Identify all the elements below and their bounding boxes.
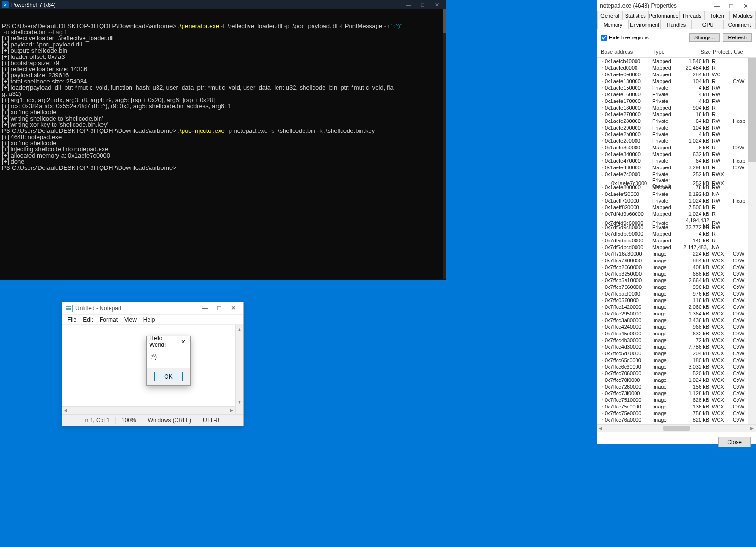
terminal-output[interactable]: PS C:\Users\Default.DESKTOP-3ITQDFP\Down… <box>0 9 446 279</box>
memory-row[interactable]: ›0x7ffcc45e0000Image632 kBWCXC:\W <box>600 330 756 337</box>
col-size[interactable]: Size <box>683 48 712 56</box>
maximize-button[interactable]: □ <box>724 2 738 9</box>
memory-table[interactable]: ›0x1aefcb40000Mapped1,540 kBR›0x1aefcd00… <box>597 58 756 424</box>
subtab-handles[interactable]: Handles <box>661 20 692 29</box>
refresh-button[interactable]: Refresh <box>723 33 752 42</box>
expand-chevron-icon[interactable]: › <box>600 59 605 64</box>
memory-row[interactable]: ›0x7ffca7900000Image884 kBWCXC:\W <box>600 257 756 264</box>
memory-row[interactable]: ›0x7ffcc7770000 <box>600 423 756 424</box>
subtab-environment[interactable]: Environment <box>629 20 661 29</box>
memory-row[interactable]: ›0x7ffcc70f0000Image1,024 kBWCXC:\W <box>600 377 756 383</box>
expand-chevron-icon[interactable]: › <box>600 344 605 349</box>
memory-row[interactable]: ›0x1aefe2c0000Private1,024 kBRW <box>600 138 756 144</box>
memory-row[interactable]: ›0x7ffcc65c0000Image180 kBWCXC:\W <box>600 357 756 363</box>
subtab-comment[interactable]: Comment <box>724 20 756 29</box>
expand-chevron-icon[interactable]: › <box>600 92 605 97</box>
scroll-left-icon[interactable]: ◀ <box>599 426 602 431</box>
expand-chevron-icon[interactable]: › <box>600 198 605 203</box>
memory-row[interactable]: ›0x7ffcc3a80000Image3,436 kBWCXC:\W <box>600 317 756 324</box>
memory-row[interactable]: ›0x1aefe150000Private4 kBRW <box>600 84 756 91</box>
tab-threads[interactable]: Threads <box>679 11 705 20</box>
horizontal-scrollbar[interactable]: ◀▶ <box>62 406 235 414</box>
expand-chevron-icon[interactable]: › <box>600 285 605 289</box>
scroll-up-icon[interactable]: ▲ <box>236 325 243 333</box>
memory-row[interactable]: ›0x7ffcc4d30000Image7,788 kBWCXC:\W <box>600 343 756 350</box>
memory-row[interactable]: ›0x7ffcc4240000Image968 kBWCXC:\W <box>600 324 756 330</box>
memory-row[interactable]: ›0x7df5dbcd0000Mapped2,147,483,...NA <box>600 244 756 250</box>
memory-row[interactable]: 0x1aefe7c0000Private: Commit252 kBRWX <box>600 177 756 184</box>
memory-row[interactable]: ›0x7ffcc4b30000Image72 kBWCXC:\W <box>600 337 756 343</box>
expand-chevron-icon[interactable]: › <box>600 324 605 329</box>
expand-chevron-icon[interactable]: › <box>600 72 605 77</box>
memory-row[interactable]: ›0x7df4d9c60000Private4,194,432 kBRW <box>600 217 756 224</box>
close-button[interactable]: ✕ <box>226 303 240 314</box>
memory-row[interactable]: ›0x7ffc0560000Image116 kBWCXC:\W <box>600 297 756 304</box>
expand-chevron-icon[interactable]: › <box>600 99 605 103</box>
expand-chevron-icon[interactable]: › <box>600 318 605 323</box>
scrollbar-thumb[interactable] <box>663 426 690 431</box>
strings-button[interactable]: Strings... <box>689 33 720 42</box>
expand-chevron-icon[interactable]: › <box>600 232 605 236</box>
memory-row[interactable]: ›0x1aefe2b0000Private4 kBRW <box>600 131 756 138</box>
menu-file[interactable]: File <box>64 316 80 323</box>
expand-chevron-icon[interactable]: › <box>600 271 605 276</box>
memory-row[interactable]: ›0x7ff716a30000Image224 kBWCXC:\W <box>600 250 756 257</box>
expand-chevron-icon[interactable]: › <box>600 384 605 389</box>
memory-row[interactable]: ›0x1aefe170000Private4 kBRW <box>600 98 756 104</box>
memory-row[interactable]: ›0x7df4d9b60000Mapped1,024 kBR <box>600 211 756 217</box>
expand-chevron-icon[interactable]: › <box>600 185 605 190</box>
tab-token[interactable]: Token <box>704 11 730 20</box>
expand-chevron-icon[interactable]: › <box>600 378 605 382</box>
expand-chevron-icon[interactable]: › <box>600 119 605 123</box>
memory-row[interactable]: ›0x7ffcb5a10000Image2,664 kBWCXC:\W <box>600 277 756 284</box>
col-base-address[interactable]: Base address <box>600 48 652 56</box>
menu-edit[interactable]: Edit <box>80 316 96 323</box>
expand-chevron-icon[interactable]: › <box>600 158 605 163</box>
subtab-gpu[interactable]: GPU <box>692 20 724 29</box>
close-icon[interactable]: ✕ <box>179 338 187 345</box>
memory-row[interactable]: ›0x7ffcc7510000Image628 kBWCXC:\W <box>600 397 756 403</box>
memory-row[interactable]: ›0x1aefe160000Private4 kBRW <box>600 91 756 98</box>
expand-chevron-icon[interactable]: › <box>600 371 605 376</box>
memory-row[interactable]: ›0x1aeff820000Mapped7,500 kBR <box>600 204 756 211</box>
messagebox-titlebar[interactable]: Hello World! ✕ <box>147 336 190 347</box>
memory-row[interactable]: ›0x1aefe130000Mapped104 kBRC:\W <box>600 78 756 84</box>
expand-chevron-icon[interactable]: › <box>600 112 605 117</box>
expand-chevron-icon[interactable]: › <box>600 338 605 343</box>
memory-hscrollbar[interactable]: ◀▶ <box>597 424 756 432</box>
memory-row[interactable]: ›0x1aefcd0000Mapped20,484 kBR <box>600 65 756 71</box>
memory-row[interactable]: ›0x1aefe480000Mapped3,296 kBRC:\W <box>600 164 756 171</box>
powershell-titlebar[interactable]: > PowerShell 7 (x64) — □ ✕ <box>0 0 446 9</box>
memory-row[interactable]: ›0x7ffcc75e0000Image756 kBWCXC:\W <box>600 410 756 417</box>
expand-chevron-icon[interactable]: › <box>600 85 605 90</box>
memory-row[interactable]: ›0x7df5dbca0000Mapped140 kBR <box>600 237 756 244</box>
tab-statistics[interactable]: Statistics <box>623 11 648 20</box>
menu-format[interactable]: Format <box>96 316 121 323</box>
expand-chevron-icon[interactable]: › <box>600 298 605 303</box>
expand-chevron-icon[interactable]: › <box>600 192 605 196</box>
expand-chevron-icon[interactable]: › <box>600 417 605 422</box>
memory-row[interactable]: ›0x7ffcc5d70000Image204 kBWCXC:\W <box>600 350 756 357</box>
minimize-button[interactable]: — <box>401 0 415 9</box>
memory-row[interactable]: ›0x1aeff720000Private1,024 kBRWHeap <box>600 197 756 204</box>
minimize-button[interactable]: — <box>710 2 724 9</box>
expand-chevron-icon[interactable]: › <box>600 225 605 230</box>
tab-performance[interactable]: Performance <box>648 11 679 20</box>
expand-chevron-icon[interactable]: › <box>600 364 605 369</box>
close-button[interactable]: Close <box>718 437 751 447</box>
expand-chevron-icon[interactable]: › <box>600 404 605 409</box>
memory-row[interactable]: ›0x7ffcc75c0000Image136 kBWCXC:\W <box>600 403 756 410</box>
memory-row[interactable]: ›0x7ffcc1420000Image2,060 kBWCXC:\W <box>600 304 756 310</box>
memory-row[interactable]: ›0x7ffcc6c60000Image3,032 kBWCXC:\W <box>600 363 756 370</box>
memory-row[interactable]: ›0x7ffcc2950000Image1,364 kBWCXC:\W <box>600 310 756 317</box>
memory-row[interactable]: ›0x7ffcc76a0000Image820 kBWCXC:\W <box>600 417 756 423</box>
menu-help[interactable]: Help <box>140 316 158 323</box>
memory-row[interactable]: ›0x7ffcc7260000Image156 kBWCXC:\W <box>600 383 756 390</box>
memory-row[interactable]: ›0x1aefe270000Mapped16 kBR <box>600 111 756 118</box>
close-button[interactable]: ✕ <box>738 2 753 9</box>
expand-chevron-icon[interactable]: › <box>600 245 605 250</box>
notepad-titlebar[interactable]: Untitled - Notepad — □ ✕ <box>62 302 243 315</box>
memory-vscrollbar[interactable] <box>748 58 756 424</box>
expand-chevron-icon[interactable]: › <box>600 251 605 256</box>
vertical-scrollbar[interactable]: ▲ ▼ <box>235 325 243 414</box>
